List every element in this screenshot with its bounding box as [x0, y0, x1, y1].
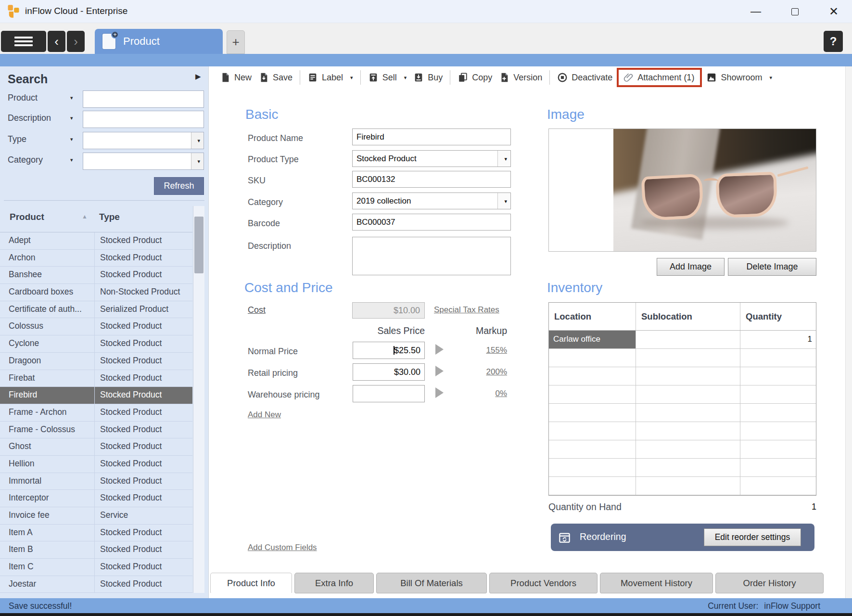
quantity-cell[interactable]	[740, 422, 816, 440]
product-cell[interactable]: Dragoon	[0, 353, 94, 370]
product-list-row[interactable]: ImmortalStocked Product	[0, 473, 192, 490]
location-cell[interactable]	[549, 404, 636, 422]
inventory-row[interactable]	[549, 459, 816, 477]
inventory-row[interactable]	[549, 404, 816, 422]
tab-bill-of-materials[interactable]: Bill Of Materials	[376, 573, 487, 593]
field-dropdown-icon[interactable]: ▾	[70, 115, 73, 121]
quantity-cell[interactable]	[740, 459, 816, 476]
product-list-row[interactable]: Item CStocked Product	[0, 559, 192, 576]
product-cell[interactable]: Adept	[0, 232, 94, 249]
product-list-row[interactable]: AdeptStocked Product	[0, 232, 192, 250]
sublocation-cell[interactable]	[636, 331, 740, 348]
sublocation-cell[interactable]	[636, 459, 740, 476]
product-cell[interactable]: Ghost	[0, 438, 94, 455]
cost-link[interactable]: Cost	[248, 305, 266, 315]
toolbar-new-button[interactable]: New	[220, 72, 252, 83]
sublocation-cell[interactable]	[636, 422, 740, 440]
type-cell[interactable]: Stocked Product	[94, 232, 192, 249]
type-cell[interactable]: Stocked Product	[94, 490, 192, 507]
sublocation-cell[interactable]	[636, 477, 740, 495]
product-list-row[interactable]: ColossusStocked Product	[0, 318, 192, 335]
location-cell[interactable]	[549, 477, 636, 495]
type-cell[interactable]: Stocked Product	[94, 335, 192, 352]
tab-order-history[interactable]: Order History	[715, 573, 824, 593]
product-cell[interactable]: Cyclone	[0, 335, 94, 352]
product-list-scrollbar[interactable]	[193, 206, 204, 593]
special-tax-rates-link[interactable]: Special Tax Rates	[434, 305, 499, 315]
sublocation-cell[interactable]	[636, 440, 740, 458]
product-cell[interactable]: Item C	[0, 559, 94, 576]
location-cell[interactable]	[549, 349, 636, 367]
toolbar-label-button[interactable]: Label▾	[307, 72, 353, 83]
product-cell[interactable]: Immortal	[0, 473, 94, 490]
category-select[interactable]: 2019 collection▾	[352, 192, 511, 209]
product-list-row[interactable]: Cardboard boxesNon-Stocked Product	[0, 284, 192, 301]
product-list-row[interactable]: Frame - ArchonStocked Product	[0, 404, 192, 422]
tab-movement-history[interactable]: Movement History	[600, 573, 713, 593]
product-type-select[interactable]: Stocked Product▾	[352, 150, 511, 167]
search-input-description[interactable]	[83, 111, 204, 128]
toolbar-deactivate-button[interactable]: Deactivate	[557, 72, 612, 83]
quantity-cell[interactable]: 1	[740, 331, 816, 348]
inventory-row[interactable]	[549, 422, 816, 440]
search-combo-type[interactable]: ▾	[83, 132, 204, 149]
toolbar-version-button[interactable]: Version	[499, 72, 542, 83]
retail-price-input[interactable]: $30.00	[353, 363, 425, 381]
normal-markup-link[interactable]: 155%	[461, 346, 507, 355]
column-header-type[interactable]: Type	[99, 212, 120, 222]
product-list-row[interactable]: BansheeStocked Product	[0, 267, 192, 284]
location-cell[interactable]	[549, 422, 636, 440]
add-image-button[interactable]: Add Image	[657, 258, 725, 276]
location-cell[interactable]	[549, 459, 636, 476]
product-cell[interactable]: Item B	[0, 541, 94, 558]
type-cell[interactable]: Stocked Product	[94, 559, 192, 576]
product-list-row[interactable]: ArchonStocked Product	[0, 250, 192, 267]
inventory-row[interactable]	[549, 385, 816, 404]
apply-markup-icon[interactable]	[435, 387, 444, 398]
inventory-row[interactable]	[549, 367, 816, 385]
product-list-row[interactable]: DragoonStocked Product	[0, 353, 192, 370]
help-button[interactable]: ?	[824, 31, 843, 52]
type-cell[interactable]: Stocked Product	[94, 387, 192, 404]
sublocation-cell[interactable]	[636, 367, 740, 385]
field-dropdown-icon[interactable]: ▾	[70, 157, 73, 163]
quantity-cell[interactable]	[740, 385, 816, 403]
location-cell[interactable]: Carlaw office	[549, 331, 636, 348]
tab-extra-info[interactable]: Extra Info	[294, 573, 374, 593]
minimize-button[interactable]: —	[746, 3, 765, 20]
product-cell[interactable]: Firebat	[0, 370, 94, 387]
panel-collapse-icon[interactable]: ▶	[195, 72, 201, 81]
inventory-row[interactable]	[549, 477, 816, 495]
sku-input[interactable]: BC000132	[352, 171, 511, 188]
main-menu-button[interactable]	[1, 31, 46, 52]
quantity-cell[interactable]	[740, 477, 816, 495]
location-cell[interactable]	[549, 440, 636, 458]
warehouse-markup-link[interactable]: 0%	[461, 389, 507, 398]
description-textarea[interactable]	[352, 237, 511, 275]
toolbar-save-button[interactable]: Save	[258, 72, 292, 83]
product-list-row[interactable]: FirebirdStocked Product	[0, 387, 192, 404]
normal-price-input[interactable]: $25.50	[353, 342, 425, 359]
toolbar-attachment-1-button[interactable]: Attachment (1)	[623, 72, 694, 83]
refresh-button[interactable]: Refresh	[154, 177, 204, 195]
type-cell[interactable]: Stocked Product	[94, 250, 192, 267]
toolbar-showroom-button[interactable]: Showroom▾	[706, 72, 772, 83]
type-cell[interactable]: Stocked Product	[94, 422, 192, 438]
inventory-row[interactable]	[549, 349, 816, 367]
quantity-cell[interactable]	[740, 440, 816, 458]
type-cell[interactable]: Stocked Product	[94, 576, 192, 593]
type-cell[interactable]: Stocked Product	[94, 473, 192, 490]
field-dropdown-icon[interactable]: ▾	[70, 95, 73, 101]
type-cell[interactable]: Non-Stocked Product	[94, 284, 192, 301]
product-list-row[interactable]: Frame - ColossusStocked Product	[0, 422, 192, 439]
edit-reorder-settings-button[interactable]: Edit reorder settings	[704, 528, 801, 546]
product-list-row[interactable]: InterceptorStocked Product	[0, 490, 192, 507]
product-cell[interactable]: Frame - Archon	[0, 404, 94, 421]
nav-back-button[interactable]: ‹	[48, 31, 65, 52]
product-list-row[interactable]: Item AStocked Product	[0, 525, 192, 542]
type-cell[interactable]: Stocked Product	[94, 456, 192, 473]
type-cell[interactable]: Service	[94, 507, 192, 524]
new-tab-button[interactable]: +	[227, 30, 245, 54]
product-cell[interactable]: Frame - Colossus	[0, 422, 94, 438]
tab-product[interactable]: + Product	[95, 29, 223, 54]
